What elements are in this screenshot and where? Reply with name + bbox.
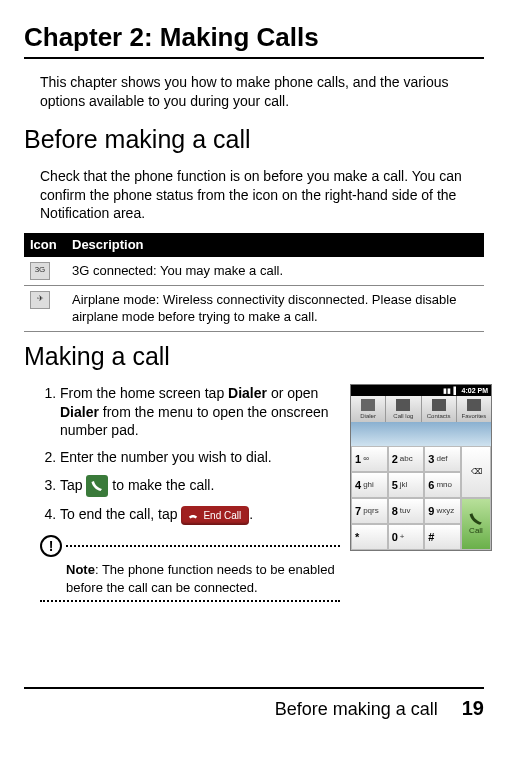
step-4: To end the call, tap End Call. (60, 505, 340, 525)
key-star[interactable]: * (351, 524, 388, 550)
phone-screenshot: ▮▮ ▌ 4:02 PM Dialer Call log Contacts Fa… (350, 384, 492, 552)
table-row: 3G 3G connected: You may make a call. (24, 257, 484, 286)
key-3[interactable]: 3def (424, 446, 461, 472)
footer-section-title: Before making a call (275, 697, 438, 721)
number-display (351, 422, 491, 446)
tab-favorites[interactable]: Favorites (457, 396, 491, 422)
steps-list: From the home screen tap Dialer or open … (40, 384, 340, 526)
table-head-icon: Icon (24, 233, 66, 257)
table-desc: Airplane mode: Wireless connectivity dis… (66, 285, 484, 331)
airplane-icon: ✈ (30, 291, 50, 309)
key-4[interactable]: 4ghi (351, 472, 388, 498)
threeg-icon: 3G (30, 262, 50, 280)
phone-icon (469, 512, 483, 526)
table-row: ✈ Airplane mode: Wireless connectivity d… (24, 285, 484, 331)
key-5[interactable]: 5jkl (388, 472, 425, 498)
chapter-intro: This chapter shows you how to make phone… (40, 73, 484, 111)
page-footer: Before making a call 19 (24, 687, 484, 722)
page-number: 19 (462, 695, 484, 722)
section-before-title: Before making a call (24, 123, 484, 157)
note-block: ! Note: The phone function needs to be e… (40, 535, 340, 602)
key-8[interactable]: 8tuv (388, 498, 425, 524)
tab-calllog[interactable]: Call log (386, 396, 421, 422)
key-hash[interactable]: # (424, 524, 461, 550)
step-1: From the home screen tap Dialer or open … (60, 384, 340, 441)
chapter-title: Chapter 2: Making Calls (24, 20, 484, 59)
end-call-button-icon: End Call (181, 506, 249, 526)
tab-contacts[interactable]: Contacts (422, 396, 457, 422)
contacts-icon (432, 399, 446, 411)
battery-icon: ▌ (454, 386, 459, 395)
step-2: Enter the number you wish to dial. (60, 448, 340, 467)
key-call[interactable]: Call (461, 498, 491, 550)
tab-dialer[interactable]: Dialer (351, 396, 386, 422)
key-7[interactable]: 7pqrs (351, 498, 388, 524)
key-backspace[interactable]: ⌫ (461, 446, 491, 498)
calllog-icon (396, 399, 410, 411)
signal-icon: ▮▮ (443, 386, 451, 395)
step-3: Tap to make the call. (60, 475, 340, 497)
key-2[interactable]: 2abc (388, 446, 425, 472)
key-6[interactable]: 6mno (424, 472, 461, 498)
key-1[interactable]: 1∞ (351, 446, 388, 472)
keypad: 1∞ 2abc 3def ⌫ 4ghi 5jkl 6mno 7pqrs 8tuv… (351, 446, 491, 550)
alert-icon: ! (40, 535, 62, 557)
table-head-desc: Description (66, 233, 484, 257)
status-time: 4:02 PM (462, 386, 488, 395)
note-text: Note: The phone function needs to be ena… (40, 561, 340, 596)
section-before-body: Check that the phone function is on befo… (40, 167, 484, 224)
backspace-icon: ⌫ (471, 467, 482, 478)
call-icon (86, 475, 108, 497)
status-bar: ▮▮ ▌ 4:02 PM (351, 385, 491, 396)
dialer-icon (361, 399, 375, 411)
table-desc: 3G connected: You may make a call. (66, 257, 484, 286)
favorites-icon (467, 399, 481, 411)
key-0[interactable]: 0+ (388, 524, 425, 550)
section-making-title: Making a call (24, 340, 484, 374)
icon-description-table: Icon Description 3G 3G connected: You ma… (24, 233, 484, 332)
key-9[interactable]: 9wxyz (424, 498, 461, 524)
